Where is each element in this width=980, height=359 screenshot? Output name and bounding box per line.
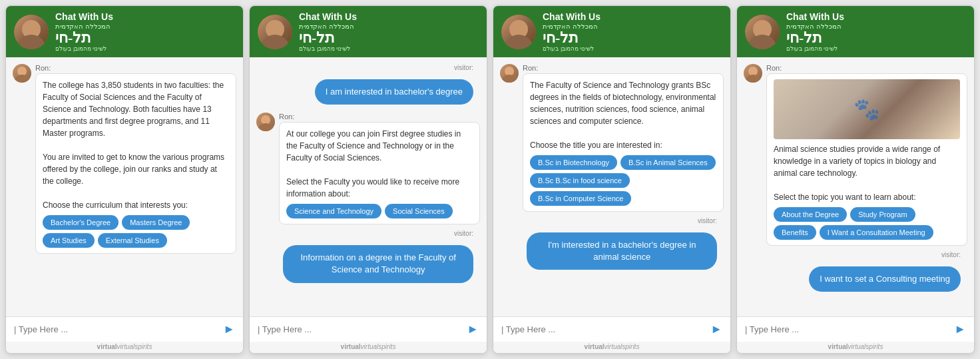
- btn-external[interactable]: External Studies: [98, 233, 167, 248]
- agent-bubble-4: Animal science studies provide a wide ra…: [766, 73, 967, 246]
- header-avatar-3: [501, 15, 536, 49]
- button-row-3: B.Sc in Biotechnology B.Sc in Animal Sci…: [530, 155, 716, 206]
- header-text-3: Chat With Us המכללה האקדמית תל-חי לשינוי…: [543, 11, 601, 52]
- header-logo-1: תל-חי: [55, 31, 113, 45]
- agent-name-2: Ron:: [279, 113, 480, 121]
- chat-input-3[interactable]: [501, 324, 705, 334]
- visitor-label-bottom-2: visitor:: [256, 230, 473, 237]
- agent-message-3: Ron: The Faculty of Science and Technolo…: [500, 64, 724, 212]
- send-icon-1[interactable]: ►: [223, 322, 235, 336]
- header-text-4: Chat With Us המכללה האקדמית תל-חי לשינוי…: [786, 11, 844, 52]
- virtualspirits-2: virtualvirtualspirits: [250, 342, 487, 353]
- agent-name-1: Ron:: [35, 64, 236, 72]
- chat-input-1[interactable]: [14, 324, 218, 334]
- chat-widget-3: Chat With Us המכללה האקדמית תל-חי לשינוי…: [493, 5, 731, 354]
- agent-bubble-wrap-2: Ron: At our college you can join First d…: [279, 113, 480, 224]
- avatar-image-2: [258, 15, 292, 49]
- chat-footer-2: ►: [250, 316, 487, 342]
- chat-body-3: Ron: The Faculty of Science and Technolo…: [493, 57, 730, 316]
- agent-bubble-wrap-3: Ron: The Faculty of Science and Technolo…: [523, 64, 724, 212]
- btn-benefits[interactable]: Benefits: [774, 225, 816, 240]
- header-avatar-2: [258, 15, 292, 49]
- virtualspirits-1: virtualvirtualspirits: [6, 342, 243, 353]
- chat-body-2: visitor: I am interested in bachelor's d…: [250, 57, 487, 316]
- avatar-image-1: [14, 15, 49, 49]
- visitor-bubble-top-2: I am interested in bachelor's degree: [315, 79, 473, 105]
- agent-bubble-wrap-4: Ron: Animal science studies provide a wi…: [766, 64, 967, 246]
- send-icon-2[interactable]: ►: [467, 322, 479, 336]
- chat-footer-4: ►: [737, 316, 974, 342]
- header-tagline-3: לשינוי מהמובן בעולם: [543, 45, 601, 52]
- agent-avatar-4: [744, 64, 762, 83]
- btn-social-sciences[interactable]: Social Sciences: [385, 204, 453, 218]
- chat-input-4[interactable]: [745, 324, 949, 334]
- chat-with-us-label-3: Chat With Us: [543, 11, 601, 22]
- avatar-image-4: [745, 15, 780, 49]
- header-tagline-4: לשינוי מהמובן בעולם: [786, 45, 844, 52]
- agent-bubble-1: The college has 3,850 students in two fa…: [35, 73, 236, 254]
- btn-masters[interactable]: Masters Degree: [122, 215, 190, 230]
- btn-biotechnology[interactable]: B.Sc in Biotechnology: [530, 155, 617, 170]
- chat-body-1: Ron: The college has 3,850 students in t…: [6, 57, 243, 316]
- btn-study-program[interactable]: Study Program: [850, 207, 915, 222]
- btn-science-tech[interactable]: Science and Technology: [286, 204, 381, 218]
- agent-avatar-3: [500, 64, 519, 83]
- agent-avatar-2: [256, 113, 275, 131]
- agent-bubble-3: The Faculty of Science and Technology gr…: [523, 73, 724, 212]
- visitor-bubble-bottom-2: Information on a degree in the Faculty o…: [283, 245, 473, 282]
- send-icon-3[interactable]: ►: [710, 322, 722, 336]
- header-avatar-4: [745, 15, 780, 49]
- chat-header-4: Chat With Us המכללה האקדמית תל-חי לשינוי…: [737, 6, 974, 57]
- avatar-image-3: [501, 15, 536, 49]
- btn-consultation[interactable]: I Want a Consultation Meeting: [820, 225, 933, 240]
- agent-message-4: Ron: Animal science studies provide a wi…: [744, 64, 967, 246]
- visitor-label-bottom-4: visitor:: [744, 251, 961, 258]
- chat-header-2: Chat With Us המכללה האקדמית תל-חי לשינוי…: [250, 6, 487, 57]
- chat-footer-1: ►: [6, 316, 243, 342]
- button-row-1: Bachelor's Degree Masters Degree Art Stu…: [43, 215, 229, 248]
- visitor-label-top-2: visitor:: [256, 64, 473, 71]
- btn-food-science[interactable]: B.Sc B.Sc in food science: [530, 173, 630, 188]
- chat-widget-4: Chat With Us המכללה האקדמית תל-חי לשינוי…: [736, 5, 975, 354]
- agent-bubble-wrap-1: Ron: The college has 3,850 students in t…: [35, 64, 236, 254]
- agent-message-1: Ron: The college has 3,850 students in t…: [13, 64, 236, 254]
- agent-message-2: Ron: At our college you can join First d…: [256, 113, 480, 224]
- button-row-4: About the Degree Study Program Benefits …: [774, 207, 960, 240]
- header-tagline-2: לשינוי מהמובן בעולם: [299, 45, 357, 52]
- visitor-bubble-bottom-4: I want to set a Consulting meeting: [809, 266, 961, 292]
- virtualspirits-3: virtualvirtualspirits: [493, 342, 730, 353]
- btn-bachelors[interactable]: Bachelor's Degree: [43, 215, 119, 230]
- agent-name-3: Ron:: [523, 64, 724, 72]
- button-row-2: Science and Technology Social Sciences: [286, 204, 473, 218]
- chat-footer-3: ►: [493, 316, 730, 342]
- chat-widget-1: Chat With Us המכללה האקדמית תל-חי לשינוי…: [5, 5, 244, 354]
- header-logo-2: תל-חי: [299, 31, 357, 45]
- visitor-label-bottom-3: visitor:: [500, 217, 717, 224]
- chat-input-2[interactable]: [258, 324, 461, 334]
- send-icon-4[interactable]: ►: [954, 322, 966, 336]
- agent-bubble-2: At our college you can join First degree…: [279, 122, 480, 224]
- visitor-bubble-bottom-3: I'm interested in a bachelor's degree in…: [527, 232, 717, 270]
- header-text-1: Chat With Us המכללה האקדמית תל-חי לשינוי…: [55, 11, 113, 52]
- header-logo-3: תל-חי: [543, 31, 601, 45]
- btn-art[interactable]: Art Studies: [43, 233, 95, 248]
- btn-computer-science[interactable]: B.Sc in Computer Science: [530, 191, 631, 206]
- agent-name-4: Ron:: [766, 64, 967, 72]
- chat-header-3: Chat With Us המכללה האקדמית תל-חי לשינוי…: [493, 6, 730, 57]
- agent-avatar-1: [13, 64, 31, 83]
- virtualspirits-4: virtualvirtualspirits: [737, 342, 974, 353]
- header-tagline-1: לשינוי מהמובן בעולם: [55, 45, 113, 52]
- chat-with-us-label-2: Chat With Us: [299, 11, 357, 22]
- header-logo-4: תל-חי: [786, 31, 844, 45]
- chat-header-1: Chat With Us המכללה האקדמית תל-חי לשינוי…: [6, 6, 243, 57]
- animal-science-image: [774, 79, 960, 139]
- chat-widget-2: Chat With Us המכללה האקדמית תל-חי לשינוי…: [249, 5, 487, 354]
- chat-body-4: Ron: Animal science studies provide a wi…: [737, 57, 974, 316]
- btn-about-degree[interactable]: About the Degree: [774, 207, 847, 222]
- header-avatar-1: [14, 15, 49, 49]
- btn-animal-sciences[interactable]: B.Sc in Animal Sciences: [620, 155, 716, 170]
- header-text-2: Chat With Us המכללה האקדמית תל-חי לשינוי…: [299, 11, 357, 52]
- chat-with-us-label-4: Chat With Us: [786, 11, 844, 22]
- chat-with-us-label-1: Chat With Us: [55, 11, 113, 22]
